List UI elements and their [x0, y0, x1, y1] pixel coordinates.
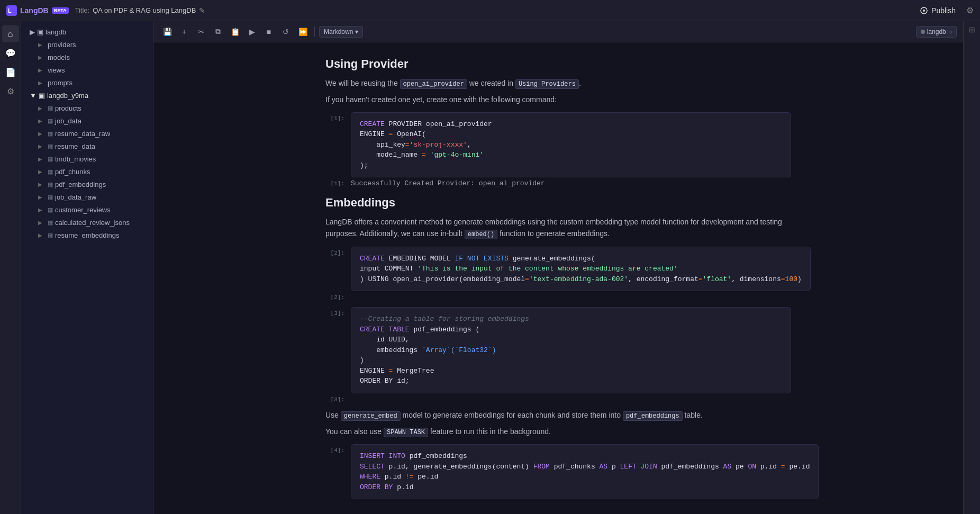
- chevron-down-icon: ▼: [30, 92, 37, 100]
- notebook-toolbar: 💾 + ✂ ⧉ 📋 ▶ ■ ↺ ⏩ Markdown ▾ langdb ○: [153, 21, 963, 42]
- sidebar-item-resume-embeddings[interactable]: ▶ ▦ resume_embeddings: [32, 229, 151, 241]
- cell-2-number: [2]:: [325, 247, 344, 256]
- right-panel-toggle[interactable]: ⊞: [963, 21, 980, 514]
- sidebar-item-customer-reviews[interactable]: ▶ ▦ customer_reviews: [32, 204, 151, 216]
- cell-1-row: [1]: CREATE PROVIDER open_ai_provider EN…: [325, 112, 791, 178]
- cell-2-code: CREATE EMBEDDING MODEL IF NOT EXISTS gen…: [351, 247, 811, 292]
- table-icon: ▦: [48, 168, 53, 175]
- table-icon: ▦: [48, 156, 53, 163]
- spawn-task-code: SPAWN TASK: [384, 428, 428, 437]
- sidebar-item-providers[interactable]: ▶ providers: [32, 39, 151, 51]
- kernel-dropdown-icon: ○: [948, 28, 952, 35]
- chevron-icon: ▶: [38, 207, 46, 213]
- chat-icon[interactable]: 💬: [2, 44, 19, 61]
- chevron-icon: ▶: [38, 143, 46, 149]
- cut-button[interactable]: ✂: [194, 24, 208, 39]
- table-icon: ▦: [48, 130, 53, 137]
- chevron-icon: ▶: [38, 156, 46, 162]
- cell-type-select[interactable]: Markdown ▾: [319, 26, 363, 38]
- cell-2-output: [351, 291, 791, 295]
- content-area: Using Provider We will be reusing the op…: [153, 42, 963, 514]
- cell-2-output-row: [2]:: [325, 291, 791, 301]
- sidebar-item-job-data-raw[interactable]: ▶ ▦ job_data_raw: [32, 191, 151, 203]
- sidebar: ▶ ▣ langdb ▶ providers ▶ models ▶ views …: [21, 21, 153, 514]
- using-provider-heading: Using Provider: [325, 57, 791, 71]
- copy-button[interactable]: ⧉: [211, 24, 225, 39]
- save-button[interactable]: 💾: [160, 24, 175, 39]
- cell-4-row: [4]: INSERT INTO pdf_embeddings SELECT p…: [325, 444, 791, 499]
- notebook-title: QA on PDF & RAG using LangDB: [93, 6, 196, 14]
- embeddings-heading: Embeddings: [325, 196, 791, 210]
- publish-button[interactable]: Publish: [915, 4, 960, 17]
- table-icon: ▦: [48, 181, 53, 188]
- sidebar-item-calculated-review[interactable]: ▶ ▦ calculated_review_jsons: [32, 217, 151, 229]
- sidebar-item-job-data[interactable]: ▶ ▦ job_data: [32, 115, 151, 127]
- publish-label: Publish: [931, 6, 956, 15]
- cell-1-output: Successfully Created Provider: open_ai_p…: [351, 177, 791, 190]
- svg-point-3: [923, 10, 925, 12]
- chevron-icon: ▶: [38, 194, 46, 200]
- paste-button[interactable]: 📋: [228, 24, 242, 39]
- kernel-select[interactable]: langdb ○: [916, 26, 957, 38]
- sidebar-db-children: ▶ ▦ products ▶ ▦ job_data ▶ ▦ resume_dat…: [21, 102, 153, 241]
- sidebar-root-langdb[interactable]: ▶ ▣ langdb: [23, 26, 151, 38]
- table-icon: ▦: [48, 194, 53, 201]
- run-button[interactable]: ▶: [244, 24, 259, 39]
- stop-button[interactable]: ■: [261, 24, 276, 39]
- cell-1-output-row: [1]: Successfully Created Provider: open…: [325, 177, 791, 190]
- chevron-icon: ▶: [38, 232, 46, 238]
- sidebar-item-resume-data-raw[interactable]: ▶ ▦ resume_data_raw: [32, 128, 151, 140]
- chevron-icon: ▶: [38, 55, 46, 60]
- cell-1-content[interactable]: CREATE PROVIDER open_ai_provider ENGINE …: [351, 112, 791, 178]
- cell-4-group: [4]: INSERT INTO pdf_embeddings SELECT p…: [325, 444, 791, 499]
- cell-type-label: Markdown: [324, 28, 353, 35]
- sidebar-item-pdf-chunks[interactable]: ▶ ▦ pdf_chunks: [32, 166, 151, 178]
- using-provider-p1: We will be reusing the open_ai_provider …: [325, 77, 791, 89]
- restart-button[interactable]: ↺: [278, 24, 293, 39]
- settings-icon[interactable]: ⚙: [966, 5, 974, 15]
- edit-title-icon[interactable]: ✎: [199, 6, 205, 15]
- sidebar-item-models[interactable]: ▶ models: [32, 51, 151, 64]
- cell-4-content[interactable]: INSERT INTO pdf_embeddings SELECT p.id, …: [351, 444, 819, 499]
- pdf-embeddings-code: pdf_embeddings: [623, 411, 683, 421]
- cell-2-output-number: [2]:: [325, 291, 344, 301]
- table-icon: ▦: [48, 219, 53, 226]
- settings-rail-icon[interactable]: ⚙: [2, 83, 19, 100]
- run-all-button[interactable]: ⏩: [295, 24, 310, 39]
- cell-2-row: [2]: CREATE EMBEDDING MODEL IF NOT EXIST…: [325, 247, 791, 292]
- topbar-right: Publish ⚙: [915, 4, 974, 17]
- cell-2-content[interactable]: CREATE EMBEDDING MODEL IF NOT EXISTS gen…: [351, 247, 811, 292]
- cell-3-number: [3]:: [325, 307, 344, 317]
- add-cell-button[interactable]: +: [177, 24, 192, 39]
- chevron-icon: ▶: [38, 118, 46, 124]
- cell-2-group: [2]: CREATE EMBEDDING MODEL IF NOT EXIST…: [325, 247, 791, 301]
- sidebar-item-resume-data[interactable]: ▶ ▦ resume_data: [32, 140, 151, 152]
- sidebar-item-prompts[interactable]: ▶ prompts: [32, 77, 151, 89]
- sidebar-item-views[interactable]: ▶ views: [32, 64, 151, 76]
- chevron-icon: ▶: [38, 182, 46, 187]
- using-provider-section: Using Provider We will be reusing the op…: [325, 57, 791, 106]
- sidebar-item-tmdb-movies[interactable]: ▶ ▦ tmdb_movies: [32, 153, 151, 165]
- sidebar-active-db[interactable]: ▼ ▣ langdb_y9ma: [23, 89, 151, 102]
- svg-text:L: L: [8, 7, 12, 14]
- sidebar-item-products[interactable]: ▶ ▦ products: [32, 102, 151, 114]
- chevron-icon: ▶: [38, 131, 46, 137]
- embeddings-section: Embeddings LangDB offers a convenient me…: [325, 196, 791, 240]
- chevron-icon: ▶: [38, 80, 46, 86]
- title-label: Title:: [75, 6, 90, 14]
- db-icon: ▣: [37, 28, 43, 36]
- topbar-title: Title: QA on PDF & RAG using LangDB ✎: [75, 6, 910, 15]
- chevron-icon: ▶: [38, 42, 46, 48]
- cell-1-output-number: [1]:: [325, 177, 344, 187]
- logo-icon: L: [6, 5, 17, 16]
- sidebar-item-pdf-embeddings[interactable]: ▶ ▦ pdf_embeddings: [32, 178, 151, 191]
- home-icon[interactable]: ⌂: [2, 25, 19, 42]
- active-db-icon: ▣: [39, 92, 45, 100]
- dropdown-icon: ▾: [355, 28, 358, 35]
- cell-3-content[interactable]: --Creating a table for storing embedding…: [351, 307, 791, 393]
- files-icon[interactable]: 📄: [2, 64, 19, 80]
- chevron-icon: ▶: [38, 105, 46, 111]
- table-icon: ▦: [48, 232, 53, 239]
- sidebar-langdb-label: langdb: [46, 28, 147, 36]
- cell-1-output-text: Successfully Created Provider: open_ai_p…: [351, 177, 791, 190]
